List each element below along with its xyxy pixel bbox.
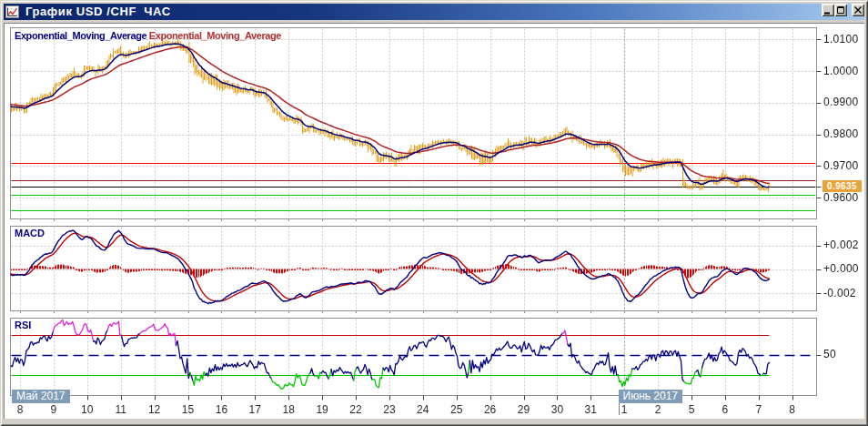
chart-window: График USD /CHF ЧАС Exponential_Moving_A… bbox=[0, 0, 868, 426]
chart-canvas[interactable] bbox=[0, 0, 868, 426]
